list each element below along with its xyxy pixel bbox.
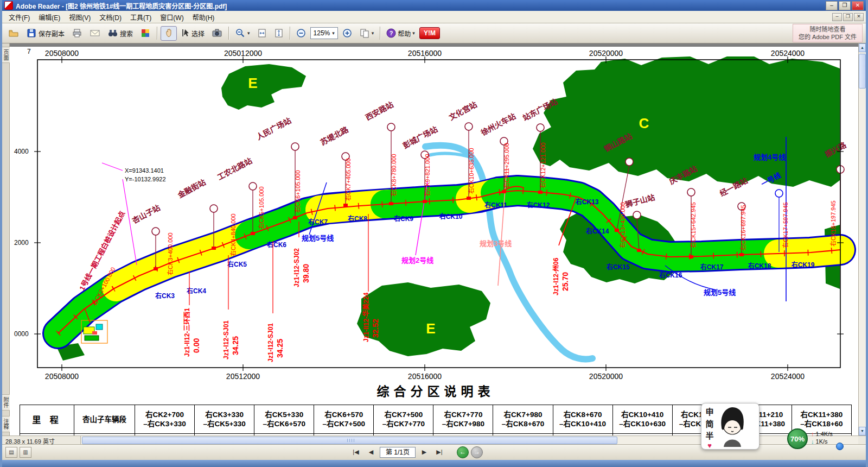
grid-coordinate: 20524000 [771, 372, 805, 381]
yahoo-messenger-button[interactable]: Y!M [419, 27, 440, 39]
page-display-button[interactable]: ▾ [356, 26, 377, 41]
hand-tool-button[interactable] [161, 26, 177, 41]
svg-text:右CK16: 右CK16 [659, 271, 682, 279]
grid-coordinate-fragment: 7 [27, 48, 31, 55]
grid-coordinate: 20516000 [408, 49, 442, 58]
scroll-up-arrow[interactable]: ▲ [859, 43, 866, 52]
grid-coordinate: 20524000 [771, 49, 805, 58]
svg-text:苏堤北路: 苏堤北路 [319, 125, 350, 147]
doc-close-button[interactable]: ✕ [854, 13, 864, 21]
fit-width-button[interactable] [271, 26, 286, 41]
coordinate-note-y: Y=-10132.9922 [125, 176, 166, 182]
grid-coordinate: 205012000 [224, 49, 262, 58]
menu-view[interactable]: 视图(V) [65, 11, 95, 23]
dropdown-arrow-icon: ▾ [247, 30, 250, 36]
page-number-field[interactable]: 第 1/1页 [380, 447, 416, 458]
menu-file[interactable]: 文件(F) [4, 11, 34, 23]
printer-icon [72, 28, 82, 39]
grid-coordinate: 20520000 [589, 49, 623, 58]
fit-page-button[interactable] [254, 26, 270, 41]
table-cell: 杏山子车辆段 [74, 405, 135, 434]
search-label: 搜索 [120, 29, 133, 38]
svg-text:右CK16+697.945: 右CK16+697.945 [739, 205, 746, 251]
search-button[interactable]: 搜索 [105, 26, 136, 41]
document-window-controls: – ❐ ✕ [832, 13, 864, 21]
doc-minimize-button[interactable]: – [832, 13, 842, 21]
continuous-view-button[interactable]: ▥ [20, 447, 31, 458]
sidebar-tab-pages[interactable]: 页面 [1, 47, 10, 63]
area-letter: C [639, 115, 649, 131]
close-button[interactable]: ✕ [852, 1, 864, 10]
row-header-mileage: 里 程 [20, 405, 74, 434]
svg-text:右CK6: 右CK6 [266, 241, 286, 249]
previous-view-button[interactable]: ← [457, 446, 469, 458]
document-size-label: 28.38 x 11.69 英寸 [2, 436, 81, 444]
menu-tools[interactable]: 工具(T) [126, 11, 156, 23]
save-copy-button[interactable]: 保存副本 [23, 26, 67, 41]
table-cell: 右CK10+410–右CK10+630 [612, 405, 672, 434]
menu-window[interactable]: 窗口(W) [156, 11, 188, 23]
magnifier-minus-icon [235, 28, 246, 39]
svg-text:右CK18+197.945: 右CK18+197.945 [829, 200, 837, 247]
select-tool-button[interactable]: 选择 [178, 26, 207, 41]
grid-coordinate: 20508000 [45, 49, 79, 58]
cartoon-face-icon [716, 406, 749, 448]
zoning-map: E C E [10, 47, 858, 381]
menu-help[interactable]: 帮助(H) [188, 11, 219, 23]
upload-speed: 1.4K/s [816, 431, 833, 437]
hand-icon [163, 28, 174, 39]
menu-edit[interactable]: 编辑(E) [34, 11, 65, 23]
zoom-in-button[interactable] [340, 26, 355, 41]
horizontal-scroll-thumb[interactable] [82, 437, 617, 444]
sidebar-tab-comments[interactable]: 注释 [1, 416, 10, 432]
zoom-level-select[interactable]: 125% ▾ [310, 27, 338, 39]
popup-ad[interactable]: 申 简 半 ♥ [701, 403, 760, 450]
zoom-level-value: 125% [314, 29, 330, 37]
plan-line5-right-label: 规划5号线 [704, 288, 736, 296]
svg-text:右CK9+821.000: 右CK9+821.000 [424, 154, 431, 197]
table-cell: 2.33 [135, 434, 195, 436]
zoom-out-button[interactable] [293, 26, 309, 41]
print-button[interactable] [69, 26, 85, 41]
fit-page-icon [257, 28, 267, 39]
svg-text:右CK8+780.000: 右CK8+780.000 [390, 154, 397, 197]
toolbar-separator [228, 27, 229, 40]
previous-page-button[interactable]: ◀ [365, 446, 378, 458]
scroll-down-arrow[interactable]: ▼ [859, 427, 866, 436]
download-arrow-icon: ↓ [811, 438, 814, 445]
help-button[interactable]: ? 帮助 ▾ [384, 26, 418, 41]
table-cell: 0.34 [433, 434, 493, 436]
restore-button[interactable]: ❐ [839, 1, 851, 10]
svg-text:右CK13+430.000: 右CK13+430.000 [619, 202, 626, 248]
svg-text:人民广场站: 人民广场站 [255, 116, 292, 142]
snapshot-button[interactable] [209, 26, 225, 41]
email-button[interactable] [87, 26, 103, 41]
svg-text:0.00: 0.00 [192, 338, 201, 353]
percent-badge[interactable]: 70% [787, 428, 808, 449]
pdf-page: E C E [10, 47, 858, 436]
select-label: 选择 [192, 29, 205, 38]
sidebar-tab-attachments[interactable]: 附件 [1, 394, 10, 411]
promo-line2: 您的 Adobe PDF 文件 [799, 33, 857, 41]
last-page-button[interactable]: ▶| [433, 446, 446, 458]
next-page-button[interactable]: ▶ [418, 446, 431, 458]
zoom-tool-button[interactable]: ▾ [232, 26, 253, 41]
vertical-scrollbar[interactable]: ▲ ▼ [858, 43, 866, 436]
plan-line2-label: 规划2号线 [401, 256, 433, 264]
svg-text:39.80: 39.80 [302, 264, 310, 283]
dropdown-arrow-icon: ▾ [412, 30, 415, 36]
single-page-view-button[interactable]: ▤ [5, 447, 17, 458]
vertical-scroll-thumb[interactable] [859, 54, 866, 89]
svg-text:32.52: 32.52 [371, 319, 380, 338]
svg-text:右CK5: 右CK5 [227, 260, 247, 268]
open-button[interactable] [5, 26, 22, 41]
menu-document[interactable]: 文档(D) [95, 11, 126, 23]
first-page-button[interactable]: |◀ [349, 446, 362, 458]
help-icon: ? [386, 28, 396, 38]
save-disk-icon [26, 28, 37, 39]
doc-restore-button[interactable]: ❐ [843, 13, 853, 21]
tray-app-icon[interactable] [836, 443, 844, 450]
create-pdf-button[interactable] [137, 26, 154, 41]
minimize-button[interactable]: – [826, 1, 838, 10]
next-view-button[interactable]: → [471, 446, 483, 458]
